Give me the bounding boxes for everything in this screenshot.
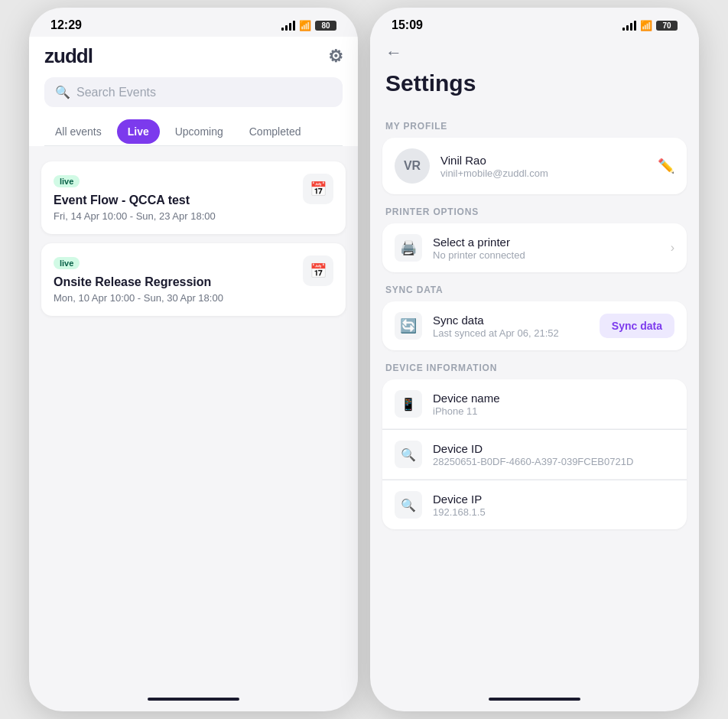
sync-sub: Last synced at Apr 06, 21:52 (433, 327, 589, 339)
event-info-1: live Event Flow - QCCA test Fri, 14 Apr … (54, 174, 294, 222)
battery-events: 80 (315, 21, 336, 31)
tab-upcoming[interactable]: Upcoming (164, 119, 234, 144)
live-badge-2: live (54, 257, 80, 269)
device-name-value: iPhone 11 (433, 405, 674, 417)
profile-card: VR Vinil Rao vinil+mobile@zuddl.com ✏️ (382, 138, 687, 194)
time-settings: 15:09 (392, 18, 423, 32)
profile-email: vinil+mobile@zuddl.com (440, 168, 647, 179)
event-title-1: Event Flow - QCCA test (54, 194, 294, 207)
tab-live[interactable]: Live (117, 119, 160, 144)
status-bar-events: 12:29 📶 80 (29, 8, 358, 37)
event-date-1: Fri, 14 Apr 10:00 - Sun, 23 Apr 18:00 (54, 210, 294, 222)
search-icon: 🔍 (55, 85, 70, 99)
home-indicator-events (29, 682, 358, 711)
printer-card: 🖨️ Select a printer No printer connected… (382, 223, 687, 272)
event-info-2: live Onsite Release Regression Mon, 10 A… (54, 255, 294, 304)
profile-info: Vinil Rao vinil+mobile@zuddl.com (440, 154, 647, 179)
device-id-value: 28250651-B0DF-4660-A397-039FCEB0721D (433, 456, 674, 467)
app-logo: zuddl ⚙ (44, 44, 343, 77)
device-id-info: Device ID 28250651-B0DF-4660-A397-039FCE… (433, 442, 674, 467)
signal-icon-settings (622, 21, 636, 31)
status-icons-settings: 📶 70 (622, 20, 678, 31)
printer-title: Select a printer (433, 236, 660, 249)
profile-name: Vinil Rao (440, 154, 647, 167)
settings-title: Settings (370, 66, 699, 109)
status-icons-events: 📶 80 (281, 20, 336, 31)
sync-icon: 🔄 (395, 312, 422, 340)
sync-button[interactable]: Sync data (600, 314, 674, 338)
device-ip-label: Device IP (433, 493, 674, 506)
device-id-icon: 🔍 (395, 441, 422, 468)
avatar: VR (395, 148, 430, 184)
sync-row: 🔄 Sync data Last synced at Apr 06, 21:52… (382, 301, 687, 350)
event-title-2: Onsite Release Regression (54, 275, 294, 289)
event-card-1[interactable]: live Event Flow - QCCA test Fri, 14 Apr … (41, 161, 346, 234)
device-name-info: Device name iPhone 11 (433, 392, 674, 417)
printer-chevron-icon: › (671, 241, 674, 255)
gear-icon[interactable]: ⚙ (328, 47, 343, 67)
screens-container: 12:29 📶 80 zuddl ⚙ 🔍 (29, 8, 699, 711)
device-name-row: 📱 Device name iPhone 11 (382, 379, 687, 429)
sync-card: 🔄 Sync data Last synced at Apr 06, 21:52… (382, 301, 687, 350)
printer-info: Select a printer No printer connected (433, 236, 660, 261)
search-bar[interactable]: 🔍 Search Events (44, 77, 343, 107)
tab-all-events[interactable]: All events (44, 119, 112, 144)
time-events: 12:29 (50, 18, 82, 32)
device-ip-info: Device IP 192.168.1.5 (433, 493, 674, 518)
printer-icon: 🖨️ (395, 234, 422, 262)
battery-settings: 70 (656, 21, 678, 31)
phone-events: 12:29 📶 80 zuddl ⚙ 🔍 (29, 8, 358, 711)
events-list: live Event Flow - QCCA test Fri, 14 Apr … (29, 146, 358, 682)
search-placeholder: Search Events (76, 86, 156, 99)
device-ip-icon: 🔍 (395, 491, 422, 519)
sync-title: Sync data (433, 314, 589, 327)
device-name-label: Device name (433, 392, 674, 405)
section-label-sync: SYNC DATA (382, 285, 687, 295)
event-card-2[interactable]: live Onsite Release Regression Mon, 10 A… (41, 243, 346, 316)
profile-row: VR Vinil Rao vinil+mobile@zuddl.com ✏️ (382, 138, 687, 194)
back-button[interactable]: ← (385, 43, 402, 62)
device-id-label: Device ID (433, 442, 674, 455)
device-name-icon: 📱 (395, 390, 422, 418)
live-badge-1: live (54, 175, 80, 187)
section-label-profile: MY PROFILE (382, 121, 687, 132)
event-calendar-icon-1: 📅 (303, 174, 333, 204)
edit-profile-icon[interactable]: ✏️ (658, 158, 674, 174)
status-bar-settings: 15:09 📶 70 (370, 8, 699, 37)
section-label-printer: PRINTER OPTIONS (382, 207, 687, 217)
section-label-device: DEVICE INFORMATION (382, 363, 687, 373)
tab-completed[interactable]: Completed (239, 119, 312, 144)
events-header: zuddl ⚙ 🔍 Search Events All events Live … (29, 37, 358, 146)
phone-settings: 15:09 📶 70 ← Settings MY PROFILE (370, 8, 699, 711)
events-content: zuddl ⚙ 🔍 Search Events All events Live … (29, 37, 358, 682)
event-date-2: Mon, 10 Apr 10:00 - Sun, 30 Apr 18:00 (54, 292, 294, 304)
wifi-icon-settings: 📶 (640, 20, 652, 31)
device-card: 📱 Device name iPhone 11 🔍 Device ID 2825… (382, 379, 687, 529)
device-id-row: 🔍 Device ID 28250651-B0DF-4660-A397-039F… (382, 429, 687, 480)
settings-content: ← Settings MY PROFILE VR Vinil Rao vinil… (370, 37, 699, 682)
home-bar-settings (489, 698, 580, 701)
settings-nav: ← (370, 37, 699, 66)
printer-row[interactable]: 🖨️ Select a printer No printer connected… (382, 223, 687, 272)
home-bar-events (148, 698, 239, 701)
logo-text: zuddl (44, 44, 93, 68)
tab-bar: All events Live Upcoming Completed (44, 119, 343, 146)
settings-body: MY PROFILE VR Vinil Rao vinil+mobile@zud… (370, 109, 699, 682)
sync-info: Sync data Last synced at Apr 06, 21:52 (433, 314, 589, 339)
printer-status: No printer connected (433, 249, 660, 261)
signal-icon (281, 21, 295, 31)
event-calendar-icon-2: 📅 (303, 255, 333, 286)
device-ip-row: 🔍 Device IP 192.168.1.5 (382, 480, 687, 529)
wifi-icon: 📶 (299, 20, 311, 31)
home-indicator-settings (370, 682, 699, 711)
device-ip-value: 192.168.1.5 (433, 506, 674, 518)
